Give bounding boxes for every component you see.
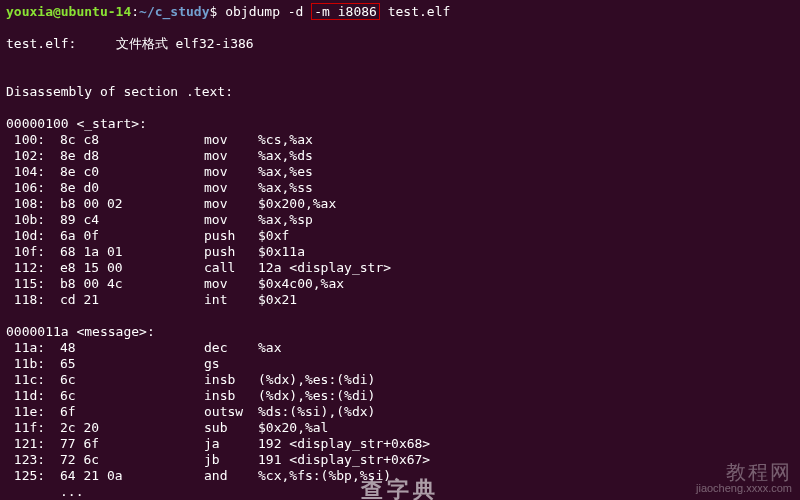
asm-mnemonic: jb xyxy=(204,452,258,468)
asm-operands: $0x11a xyxy=(258,244,305,259)
asm-addr: 10d: xyxy=(6,228,60,244)
asm-addr: 108: xyxy=(6,196,60,212)
asm-mnemonic: call xyxy=(204,260,258,276)
asm-addr: 11f: xyxy=(6,420,60,436)
asm-addr: 11e: xyxy=(6,404,60,420)
asm-mnemonic: sub xyxy=(204,420,258,436)
asm-addr: 121: xyxy=(6,436,60,452)
asm-operands: 192 <display_str+0x68> xyxy=(258,436,430,451)
asm-operands: %ax xyxy=(258,340,281,355)
asm-bytes: 8e c0 xyxy=(60,164,204,180)
asm-mnemonic: insb xyxy=(204,372,258,388)
asm-operands: $0x4c00,%ax xyxy=(258,276,344,291)
asm-operands: $0x21 xyxy=(258,292,297,307)
asm-addr: 118: xyxy=(6,292,60,308)
asm-mnemonic: mov xyxy=(204,212,258,228)
asm-row: 118:cd 21int$0x21 xyxy=(6,292,794,308)
command-pre: objdump -d xyxy=(225,4,311,19)
asm-bytes: 8c c8 xyxy=(60,132,204,148)
asm-mnemonic: mov xyxy=(204,180,258,196)
asm-addr: 11b: xyxy=(6,356,60,372)
asm-row: 11e:6foutsw%ds:(%si),(%dx) xyxy=(6,404,794,420)
asm-addr: 106: xyxy=(6,180,60,196)
asm-row: 100:8c c8mov%cs,%ax xyxy=(6,132,794,148)
asm-bytes: 48 xyxy=(60,340,204,356)
asm-bytes: 6c xyxy=(60,388,204,404)
asm-row: 11d:6cinsb(%dx),%es:(%di) xyxy=(6,388,794,404)
asm-addr: 102: xyxy=(6,148,60,164)
asm-row: 11f:2c 20sub$0x20,%al xyxy=(6,420,794,436)
asm-row: 10f:68 1a 01push$0x11a xyxy=(6,244,794,260)
asm-operands: %cs,%ax xyxy=(258,132,313,147)
asm-addr: 10b: xyxy=(6,212,60,228)
asm-operands: (%dx),%es:(%di) xyxy=(258,388,375,403)
asm-row: 106:8e d0mov%ax,%ss xyxy=(6,180,794,196)
asm-addr: 112: xyxy=(6,260,60,276)
asm-row: 104:8e c0mov%ax,%es xyxy=(6,164,794,180)
asm-bytes: cd 21 xyxy=(60,292,204,308)
asm-bytes: e8 15 00 xyxy=(60,260,204,276)
asm-row: 123:72 6cjb191 <display_str+0x67> xyxy=(6,452,794,468)
asm-row: 102:8e d8mov%ax,%ds xyxy=(6,148,794,164)
asm-row: 11a:48dec%ax xyxy=(6,340,794,356)
prompt-line[interactable]: youxia@ubuntu-14:~/c_study$ objdump -d -… xyxy=(6,4,794,20)
asm-operands: %ds:(%si),(%dx) xyxy=(258,404,375,419)
asm-bytes: 8e d8 xyxy=(60,148,204,164)
asm-row: 112:e8 15 00call12a <display_str> xyxy=(6,260,794,276)
asm-operands: %ax,%ds xyxy=(258,148,313,163)
asm-bytes: 8e d0 xyxy=(60,180,204,196)
asm-row: ... xyxy=(6,484,794,500)
asm-mnemonic: outsw xyxy=(204,404,258,420)
asm-bytes: ... xyxy=(60,484,204,500)
asm-operands: %ax,%sp xyxy=(258,212,313,227)
asm-operands: $0x20,%al xyxy=(258,420,328,435)
asm-addr: 123: xyxy=(6,452,60,468)
asm-bytes: 65 xyxy=(60,356,204,372)
asm-operands: $0x200,%ax xyxy=(258,196,336,211)
asm-operands: (%dx),%es:(%di) xyxy=(258,372,375,387)
asm-mnemonic: dec xyxy=(204,340,258,356)
asm-bytes: 2c 20 xyxy=(60,420,204,436)
asm-mnemonic: gs xyxy=(204,356,258,372)
asm-bytes: 6a 0f xyxy=(60,228,204,244)
asm-mnemonic: insb xyxy=(204,388,258,404)
asm-addr: 115: xyxy=(6,276,60,292)
command-boxed: -m i8086 xyxy=(311,3,380,20)
asm-addr: 125: xyxy=(6,468,60,484)
asm-bytes: 6c xyxy=(60,372,204,388)
asm-row: 11b:65gs xyxy=(6,356,794,372)
asm-operands: $0xf xyxy=(258,228,289,243)
section-label: 0000011a <message>: xyxy=(6,324,794,340)
asm-bytes: 6f xyxy=(60,404,204,420)
asm-mnemonic: mov xyxy=(204,132,258,148)
file-format-line: test.elf: 文件格式 elf32-i386 xyxy=(6,36,794,52)
asm-mnemonic: mov xyxy=(204,196,258,212)
asm-bytes: 64 21 0a xyxy=(60,468,204,484)
asm-operands: %ax,%ss xyxy=(258,180,313,195)
prompt-dollar: $ xyxy=(210,4,218,19)
command-post: test.elf xyxy=(380,4,450,19)
asm-addr: 11c: xyxy=(6,372,60,388)
asm-mnemonic: ja xyxy=(204,436,258,452)
asm-row: 125:64 21 0aand%cx,%fs:(%bp,%si) xyxy=(6,468,794,484)
asm-addr: 11a: xyxy=(6,340,60,356)
prompt-user: youxia@ubuntu-14 xyxy=(6,4,131,19)
asm-bytes: 77 6f xyxy=(60,436,204,452)
asm-addr: 100: xyxy=(6,132,60,148)
prompt-path: ~/c_study xyxy=(139,4,209,19)
asm-bytes: 68 1a 01 xyxy=(60,244,204,260)
asm-row: 10b:89 c4mov%ax,%sp xyxy=(6,212,794,228)
asm-mnemonic: push xyxy=(204,228,258,244)
prompt-sep: : xyxy=(131,4,139,19)
asm-addr: 11d: xyxy=(6,388,60,404)
disasm-header: Disassembly of section .text: xyxy=(6,84,794,100)
asm-operands: %cx,%fs:(%bp,%si) xyxy=(258,468,391,483)
asm-row: 108:b8 00 02mov$0x200,%ax xyxy=(6,196,794,212)
asm-bytes: 89 c4 xyxy=(60,212,204,228)
asm-row: 11c:6cinsb(%dx),%es:(%di) xyxy=(6,372,794,388)
asm-bytes: b8 00 02 xyxy=(60,196,204,212)
asm-mnemonic: int xyxy=(204,292,258,308)
asm-operands: 12a <display_str> xyxy=(258,260,391,275)
asm-mnemonic: push xyxy=(204,244,258,260)
asm-operands: 191 <display_str+0x67> xyxy=(258,452,430,467)
